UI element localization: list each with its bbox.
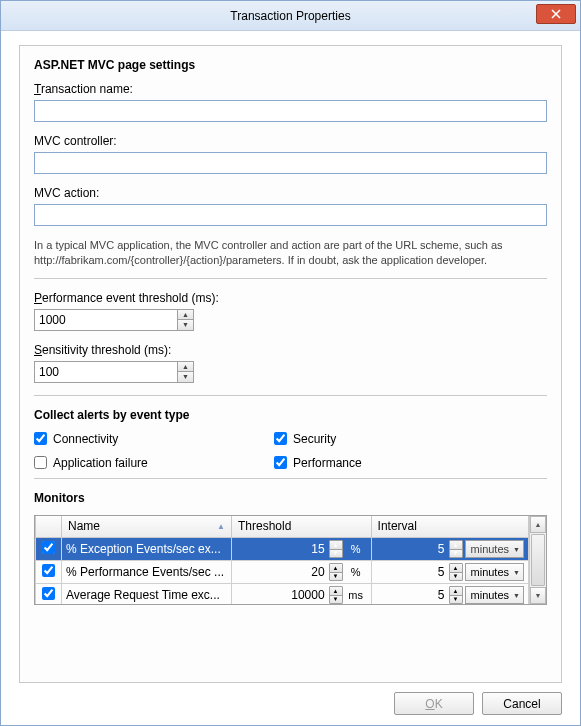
- window-title: Transaction Properties: [230, 9, 350, 23]
- interval-value: 5: [376, 565, 447, 579]
- field-transaction-name: Transaction name:: [34, 82, 547, 122]
- label-mvc-controller: MVC controller:: [34, 134, 547, 148]
- mvc-controller-input[interactable]: [34, 152, 547, 174]
- spin-down-icon[interactable]: ▼: [178, 372, 193, 382]
- threshold-spinner[interactable]: ▲▼: [329, 563, 343, 581]
- sens-threshold-input[interactable]: [35, 362, 177, 382]
- threshold-spinner[interactable]: ▲▼: [329, 540, 343, 558]
- scroll-up-icon[interactable]: ▲: [530, 516, 546, 533]
- spin-down-icon[interactable]: ▼: [178, 320, 193, 330]
- row-name: Average Request Time exc...: [62, 584, 232, 604]
- spin-up-icon[interactable]: ▲: [178, 310, 193, 321]
- sort-asc-icon: ▲: [217, 522, 225, 531]
- section-monitors: Monitors: [34, 491, 547, 505]
- field-mvc-controller: MVC controller:: [34, 134, 547, 174]
- table-row[interactable]: Average Request Time exc...10000▲▼ms5▲▼m…: [36, 584, 529, 604]
- threshold-value: 15: [236, 542, 327, 556]
- row-name: % Exception Events/sec ex...: [62, 538, 232, 561]
- sens-threshold-spinner[interactable]: ▲ ▼: [34, 361, 194, 383]
- col-name[interactable]: Name▲: [62, 516, 232, 538]
- chevron-down-icon: ▼: [513, 546, 520, 553]
- section-collect-alerts: Collect alerts by event type: [34, 408, 547, 422]
- perf-threshold-spinner[interactable]: ▲ ▼: [34, 309, 194, 331]
- chk-performance-box[interactable]: [274, 456, 287, 469]
- chk-connectivity[interactable]: Connectivity: [34, 432, 274, 446]
- chk-app-failure[interactable]: Application failure: [34, 456, 274, 470]
- row-name: % Performance Events/sec ...: [62, 561, 232, 584]
- spin-down-icon[interactable]: ▼: [450, 550, 462, 558]
- spin-down-icon[interactable]: ▼: [330, 573, 342, 581]
- close-button[interactable]: [536, 4, 576, 24]
- spinner-buttons[interactable]: ▲ ▼: [177, 362, 193, 382]
- inner-panel: ASP.NET MVC page settings Transaction na…: [19, 45, 562, 683]
- spin-down-icon[interactable]: ▼: [330, 596, 342, 604]
- interval-spinner[interactable]: ▲▼: [449, 563, 463, 581]
- chk-performance[interactable]: Performance: [274, 456, 547, 470]
- interval-spinner[interactable]: ▲▼: [449, 586, 463, 604]
- table-row[interactable]: % Exception Events/sec ex...15▲▼%5▲▼minu…: [36, 538, 529, 561]
- threshold-value: 20: [236, 565, 327, 579]
- titlebar: Transaction Properties: [1, 1, 580, 31]
- row-checkbox[interactable]: [42, 587, 55, 600]
- label-perf-threshold: Performance event threshold (ms):: [34, 291, 547, 305]
- col-interval[interactable]: Interval: [371, 516, 528, 538]
- label-sens-threshold: Sensitivity threshold (ms):: [34, 343, 547, 357]
- threshold-spinner[interactable]: ▲▼: [329, 586, 343, 604]
- spinner-buttons[interactable]: ▲ ▼: [177, 310, 193, 330]
- spin-down-icon[interactable]: ▼: [330, 550, 342, 558]
- spin-up-icon[interactable]: ▲: [330, 541, 342, 550]
- row-checkbox[interactable]: [42, 564, 55, 577]
- chk-connectivity-box[interactable]: [34, 432, 47, 445]
- col-check[interactable]: [36, 516, 62, 538]
- threshold-unit: ms: [345, 589, 367, 601]
- spin-up-icon[interactable]: ▲: [330, 587, 342, 596]
- field-sens-threshold: Sensitivity threshold (ms): ▲ ▼: [34, 343, 547, 383]
- scroll-down-icon[interactable]: ▼: [530, 587, 546, 604]
- threshold-unit: %: [345, 566, 367, 578]
- vertical-scrollbar[interactable]: ▲ ▼: [529, 516, 546, 604]
- divider: [34, 278, 547, 279]
- col-threshold[interactable]: Threshold: [232, 516, 372, 538]
- threshold-unit: %: [345, 543, 367, 555]
- spin-up-icon[interactable]: ▲: [450, 541, 462, 550]
- chk-security[interactable]: Security: [274, 432, 547, 446]
- table-header-row: Name▲ Threshold Interval: [36, 516, 529, 538]
- spin-up-icon[interactable]: ▲: [450, 587, 462, 596]
- spin-down-icon[interactable]: ▼: [450, 573, 462, 581]
- close-icon: [551, 9, 561, 19]
- interval-unit-dropdown[interactable]: minutes▼: [465, 540, 524, 558]
- mvc-action-input[interactable]: [34, 204, 547, 226]
- ok-button[interactable]: OK: [394, 692, 474, 715]
- interval-unit-dropdown[interactable]: minutes▼: [465, 586, 524, 604]
- table-row[interactable]: % Performance Events/sec ...20▲▼%5▲▼minu…: [36, 561, 529, 584]
- label-mvc-action: MVC action:: [34, 186, 547, 200]
- chk-app-failure-box[interactable]: [34, 456, 47, 469]
- spin-up-icon[interactable]: ▲: [330, 564, 342, 573]
- field-perf-threshold: Performance event threshold (ms): ▲ ▼: [34, 291, 547, 331]
- section-page-settings: ASP.NET MVC page settings: [34, 58, 547, 72]
- interval-unit-dropdown[interactable]: minutes▼: [465, 563, 524, 581]
- interval-spinner[interactable]: ▲▼: [449, 540, 463, 558]
- cancel-button[interactable]: Cancel: [482, 692, 562, 715]
- threshold-value: 10000: [236, 588, 327, 602]
- help-text: In a typical MVC application, the MVC co…: [34, 238, 547, 268]
- divider: [34, 395, 547, 396]
- chevron-down-icon: ▼: [513, 592, 520, 599]
- monitors-table: Name▲ Threshold Interval % Exception Eve…: [34, 515, 547, 605]
- label-transaction-name: Transaction name:: [34, 82, 547, 96]
- dialog-buttons: OK Cancel: [1, 684, 580, 725]
- perf-threshold-input[interactable]: [35, 310, 177, 330]
- transaction-name-input[interactable]: [34, 100, 547, 122]
- row-checkbox[interactable]: [42, 541, 55, 554]
- spin-up-icon[interactable]: ▲: [178, 362, 193, 373]
- interval-value: 5: [376, 542, 447, 556]
- field-mvc-action: MVC action:: [34, 186, 547, 226]
- dialog-window: Transaction Properties ASP.NET MVC page …: [0, 0, 581, 726]
- scroll-thumb[interactable]: [531, 534, 545, 586]
- alerts-grid: Connectivity Security Application failur…: [34, 432, 547, 470]
- chk-security-box[interactable]: [274, 432, 287, 445]
- content-area: ASP.NET MVC page settings Transaction na…: [1, 31, 580, 684]
- spin-up-icon[interactable]: ▲: [450, 564, 462, 573]
- interval-value: 5: [376, 588, 447, 602]
- spin-down-icon[interactable]: ▼: [450, 596, 462, 604]
